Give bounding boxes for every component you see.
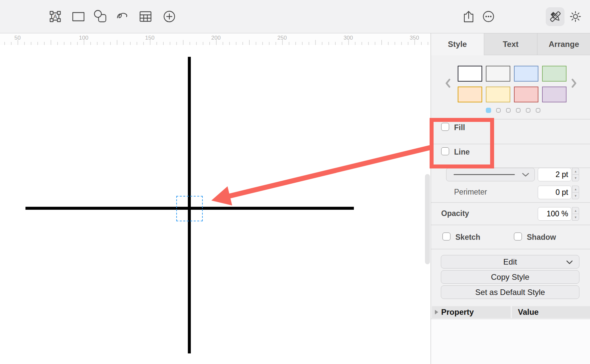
opacity-label: Opacity	[441, 209, 469, 218]
ruler-tick	[262, 42, 263, 45]
ruler-tick	[143, 42, 144, 45]
text-tool-icon[interactable]: A	[49, 10, 62, 23]
drawio-app: A	[0, 0, 590, 364]
style-swatch-red[interactable]	[514, 87, 538, 102]
ruler-tick	[64, 42, 64, 45]
style-swatch-green[interactable]	[542, 66, 567, 82]
ruler-tick	[295, 42, 296, 45]
ruler-label: 200	[211, 35, 221, 41]
ruler-tick	[37, 42, 38, 45]
ruler-tick	[130, 42, 131, 45]
ruler-tick	[229, 42, 230, 45]
ruler-tick	[375, 42, 375, 45]
freehand-tool-icon[interactable]	[116, 10, 129, 23]
ruler-tick	[24, 42, 25, 45]
ruler-tick	[123, 42, 124, 45]
tab-text[interactable]: Text	[484, 33, 537, 55]
svg-text:A: A	[53, 14, 57, 20]
ruler-tick	[355, 42, 356, 45]
set-default-style-button[interactable]: Set as Default Style	[441, 285, 579, 299]
ruler-tick	[236, 42, 236, 45]
tab-arrange[interactable]: Arrange	[537, 33, 590, 55]
ruler-tick	[11, 42, 12, 45]
ruler-tick	[242, 42, 243, 45]
ruler-tick	[289, 42, 289, 45]
perimeter-input[interactable]: 0 pt	[538, 186, 571, 199]
shapes-tool-icon[interactable]	[94, 10, 107, 23]
ruler-tick	[209, 42, 210, 45]
ruler-tick	[302, 42, 303, 45]
ruler-tick	[256, 42, 256, 45]
ruler-tick	[395, 42, 395, 45]
property-header[interactable]: Property	[432, 306, 511, 318]
perimeter-stepper[interactable]: ▲▼	[572, 186, 579, 199]
more-options-icon[interactable]	[482, 10, 495, 23]
ruler-tick	[203, 42, 203, 45]
ruler-tick	[117, 40, 117, 45]
share-icon[interactable]	[462, 10, 475, 23]
rectangle-tool-icon[interactable]	[72, 10, 85, 23]
ruler-tick	[51, 40, 51, 45]
ruler-tick	[70, 42, 71, 45]
style-swatch-white[interactable]	[458, 66, 482, 82]
format-panel-toggle-icon[interactable]	[549, 10, 562, 23]
swatch-page-dot-3[interactable]	[506, 108, 511, 113]
ruler-tick	[408, 42, 408, 45]
appearance-icon[interactable]	[569, 10, 582, 23]
copy-style-button[interactable]: Copy Style	[441, 270, 579, 284]
swatch-page-dot-1[interactable]	[486, 108, 491, 113]
ruler-tick	[183, 40, 184, 45]
style-swatch-gray[interactable]	[486, 66, 510, 82]
value-header: Value	[512, 306, 590, 318]
ruler-tick	[104, 42, 104, 45]
swatch-page-dot-6[interactable]	[536, 108, 540, 113]
ruler-tick	[309, 42, 309, 45]
properties-empty-area	[431, 319, 590, 364]
style-swatch-blue[interactable]	[514, 66, 538, 82]
opacity-input[interactable]: 100 %	[538, 207, 571, 221]
add-shape-icon[interactable]	[163, 10, 176, 23]
ruler-tick	[77, 42, 78, 45]
style-swatch-yellow[interactable]	[486, 87, 510, 102]
line-width-input[interactable]: 2 pt	[538, 168, 571, 181]
ruler-tick	[223, 42, 223, 45]
ruler-tick	[44, 42, 45, 45]
style-swatch-orange[interactable]	[458, 87, 482, 102]
ruler-tick	[428, 42, 428, 45]
edit-style-button[interactable]: Edit	[441, 255, 579, 269]
ruler-label: 350	[410, 35, 419, 41]
sketch-label: Sketch	[455, 233, 480, 242]
shadow-checkbox[interactable]	[514, 233, 522, 240]
ruler-label: 300	[344, 35, 353, 41]
ruler-label: 250	[277, 35, 287, 41]
ruler-label: 150	[145, 35, 154, 41]
swatch-next-icon[interactable]	[570, 78, 578, 88]
ruler-tick	[57, 42, 58, 45]
ruler-tick	[322, 42, 322, 45]
ruler-tick	[401, 42, 402, 45]
style-swatch-purple[interactable]	[542, 87, 567, 102]
table-tool-icon[interactable]	[139, 10, 152, 23]
swatch-page-dot-2[interactable]	[496, 108, 501, 113]
ruler-tick	[361, 42, 362, 45]
perimeter-label: Perimeter	[454, 188, 487, 197]
tab-style[interactable]: Style	[431, 33, 484, 55]
swatch-page-dot-4[interactable]	[516, 108, 521, 113]
ruler-tick	[342, 42, 342, 45]
swatch-page-dot-5[interactable]	[526, 108, 530, 113]
line-style-select[interactable]	[446, 168, 535, 181]
sketch-checkbox[interactable]	[442, 233, 450, 240]
line-width-stepper[interactable]: ▲▼	[572, 168, 579, 181]
ruler-tick	[249, 40, 250, 45]
ruler-tick	[368, 42, 369, 45]
ruler-label: 50	[15, 35, 21, 41]
opacity-stepper[interactable]: ▲▼	[572, 207, 579, 221]
vertical-scrollbar[interactable]	[425, 174, 430, 264]
expand-properties-icon[interactable]	[435, 310, 438, 314]
swatch-prev-icon[interactable]	[444, 78, 452, 88]
selection-box[interactable]	[176, 196, 203, 221]
horizontal-ruler: 50100150200250300350	[0, 34, 431, 45]
ruler-tick	[110, 42, 111, 45]
ruler-tick	[170, 42, 170, 45]
drawing-canvas[interactable]	[0, 45, 431, 364]
